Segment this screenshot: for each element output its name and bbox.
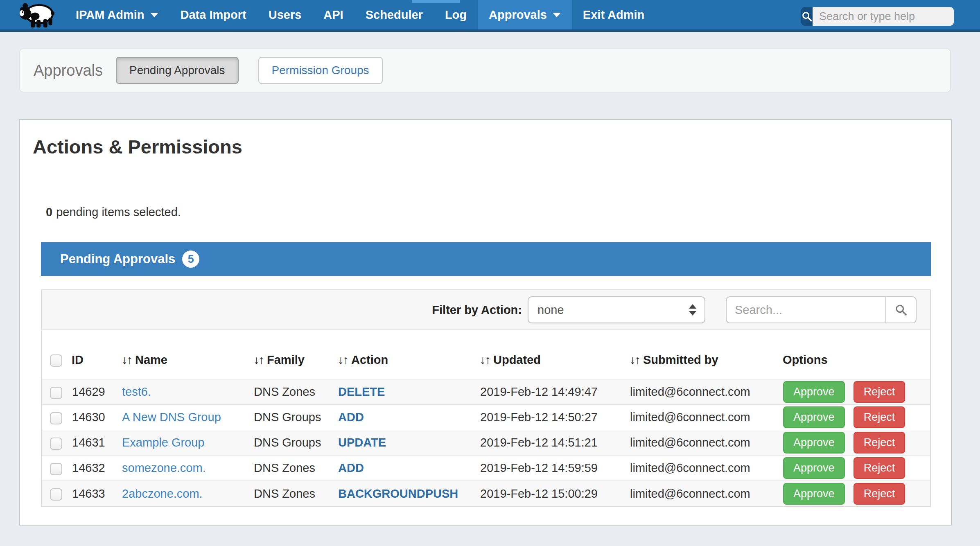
pending-approvals-table: ID ↓↑Name ↓↑Family ↓↑Action ↓↑Updated ↓↑…	[42, 330, 930, 506]
cell-id: 14633	[72, 481, 122, 506]
approve-button[interactable]: Approve	[783, 457, 845, 479]
cell-updated: 2019-Feb-12 14:51:21	[480, 430, 630, 456]
nav-item-approvals[interactable]: Approvals	[478, 0, 572, 29]
row-checkbox[interactable]	[50, 412, 62, 424]
page: IPAM Admin Data Import Users API Schedul…	[0, 0, 980, 546]
select-value: none	[537, 303, 564, 317]
cell-updated: 2019-Feb-12 14:59:59	[480, 456, 630, 481]
cell-family: DNS Groups	[253, 405, 338, 430]
nav-item-scheduler[interactable]: Scheduler	[355, 0, 434, 29]
sort-icon: ↓↑	[338, 353, 348, 366]
nav-highlight-strip	[412, 0, 460, 3]
select-all-checkbox[interactable]	[50, 354, 62, 367]
cell-family: DNS Groups	[253, 430, 338, 456]
table-search-input[interactable]	[726, 296, 885, 323]
cell-action: UPDATE	[338, 436, 386, 449]
nav-label: Data Import	[181, 8, 246, 22]
row-checkbox[interactable]	[50, 387, 62, 399]
nav-label: API	[323, 8, 343, 22]
reject-button[interactable]: Reject	[854, 406, 905, 428]
reject-button[interactable]: Reject	[854, 483, 905, 505]
approve-button[interactable]: Approve	[783, 483, 845, 505]
table-row: 14631 Example Group DNS Groups UPDATE 20…	[42, 430, 930, 456]
table-filter-bar: Filter by Action: none	[42, 290, 930, 330]
table-row: 14629 test6. DNS Zones DELETE 2019-Feb-1…	[42, 379, 930, 405]
cell-name-link[interactable]: 2abczone.com.	[122, 487, 203, 500]
select-arrows-icon	[689, 304, 696, 316]
nav-item-api[interactable]: API	[312, 0, 354, 29]
filter-by-action-label: Filter by Action:	[432, 303, 522, 317]
column-header-updated[interactable]: ↓↑Updated	[480, 330, 630, 379]
cell-id: 14629	[72, 379, 122, 405]
nav-item-ipam-admin[interactable]: IPAM Admin	[65, 0, 169, 29]
cell-action: ADD	[338, 461, 364, 474]
caret-down-icon	[150, 13, 158, 17]
cell-id: 14631	[72, 430, 122, 456]
reject-button[interactable]: Reject	[854, 432, 905, 453]
reject-button[interactable]: Reject	[854, 381, 905, 403]
column-header-family[interactable]: ↓↑Family	[253, 330, 338, 379]
nav-label: Log	[445, 8, 467, 22]
reject-button[interactable]: Reject	[854, 457, 905, 479]
column-header-action[interactable]: ↓↑Action	[338, 330, 480, 379]
cell-action: BACKGROUNDPUSH	[338, 487, 458, 500]
cell-name-link[interactable]: A New DNS Group	[122, 411, 221, 424]
table-header-row: ID ↓↑Name ↓↑Family ↓↑Action ↓↑Updated ↓↑…	[42, 330, 930, 379]
app-logo[interactable]	[0, 0, 65, 29]
tab-permission-groups[interactable]: Permission Groups	[258, 57, 383, 84]
cell-submitted-by: limited@6connect.com	[630, 481, 783, 506]
sort-icon: ↓↑	[122, 353, 132, 366]
table-row: 14632 somezone.com. DNS Zones ADD 2019-F…	[42, 456, 930, 481]
nav-item-log[interactable]: Log	[434, 0, 478, 29]
global-search-input[interactable]	[813, 7, 954, 26]
cell-submitted-by: limited@6connect.com	[630, 456, 783, 481]
cell-family: DNS Zones	[253, 379, 338, 405]
cell-name-link[interactable]: somezone.com.	[122, 461, 206, 474]
table-row: 14633 2abczone.com. DNS Zones BACKGROUND…	[42, 481, 930, 506]
action-filter-select[interactable]: none	[528, 296, 705, 323]
page-header-bar: Approvals Pending Approvals Permission G…	[19, 48, 951, 93]
section-title: Pending Approvals	[60, 252, 175, 266]
tab-pending-approvals[interactable]: Pending Approvals	[116, 57, 239, 84]
approve-button[interactable]: Approve	[783, 406, 845, 428]
nav-label: Approvals	[489, 8, 547, 22]
nav-item-users[interactable]: Users	[257, 0, 313, 29]
cell-updated: 2019-Feb-12 15:00:29	[480, 481, 630, 506]
sort-icon: ↓↑	[253, 353, 264, 366]
cell-id: 14632	[72, 456, 122, 481]
cell-updated: 2019-Feb-12 14:49:47	[480, 379, 630, 405]
magnifier-icon	[801, 11, 813, 22]
panel-title: Actions & Permissions	[33, 135, 951, 158]
nav-label: Scheduler	[366, 8, 423, 22]
column-header-submitted-by[interactable]: ↓↑Submitted by	[630, 330, 783, 379]
cell-id: 14630	[72, 405, 122, 430]
cell-submitted-by: limited@6connect.com	[630, 430, 783, 456]
page-title: Approvals	[34, 62, 103, 79]
cell-submitted-by: limited@6connect.com	[630, 405, 783, 430]
column-header-options: Options	[783, 330, 930, 379]
nav-item-data-import[interactable]: Data Import	[169, 0, 257, 29]
sort-icon: ↓↑	[630, 353, 640, 366]
selected-count: 0	[46, 205, 52, 219]
approve-button[interactable]: Approve	[783, 432, 845, 453]
row-checkbox[interactable]	[50, 463, 62, 475]
column-header-name[interactable]: ↓↑Name	[122, 330, 253, 379]
magnifier-icon	[894, 303, 908, 316]
approve-button[interactable]: Approve	[783, 381, 845, 403]
cell-name-link[interactable]: Example Group	[122, 436, 205, 449]
table-search-button[interactable]	[885, 296, 917, 323]
cell-action: ADD	[338, 411, 364, 424]
row-checkbox[interactable]	[50, 438, 62, 450]
search-icon[interactable]	[801, 7, 813, 26]
nav-label: IPAM Admin	[76, 8, 145, 22]
nav-item-exit-admin[interactable]: Exit Admin	[572, 0, 655, 29]
count-badge: 5	[182, 250, 199, 268]
cell-action: DELETE	[338, 385, 385, 398]
column-header-id[interactable]: ID	[72, 330, 122, 379]
cell-name-link[interactable]: test6.	[122, 385, 151, 398]
row-checkbox[interactable]	[50, 488, 62, 501]
cell-family: DNS Zones	[253, 481, 338, 506]
selected-text: pending items selected.	[56, 205, 181, 219]
nav-label: Exit Admin	[583, 8, 644, 22]
actions-permissions-panel: Actions & Permissions 0pending items sel…	[19, 119, 952, 526]
